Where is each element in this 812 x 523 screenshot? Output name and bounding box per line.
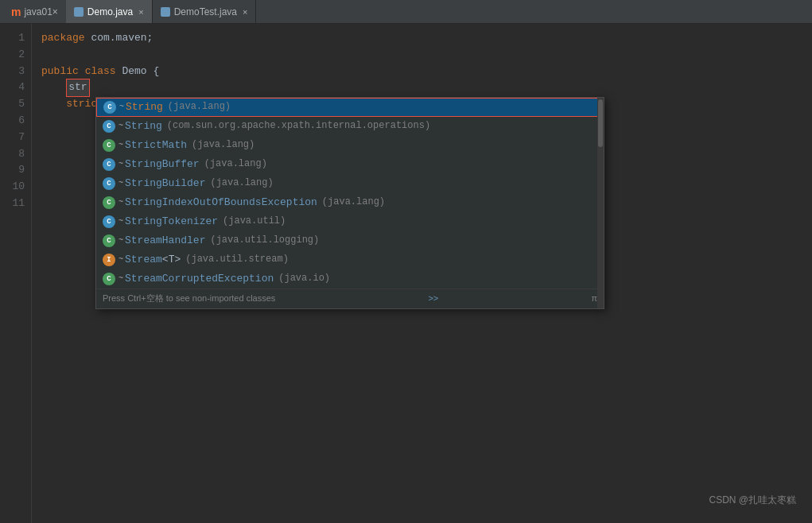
code-line-4: str — [41, 79, 812, 96]
cursor-text: str — [66, 79, 89, 97]
line-num-4: 4 — [6, 79, 25, 96]
item-badge-5: ~ — [118, 196, 123, 209]
line-num-2: 2 — [6, 47, 25, 64]
line-num-9: 9 — [6, 162, 25, 179]
item-icon-5: C — [103, 196, 115, 209]
autocomplete-item-6[interactable]: C ~ StringTokenizer (java.util) — [96, 212, 604, 231]
tab-demo-java[interactable]: Demo.java × — [66, 0, 153, 23]
item-pkg-0: (java.lang) — [168, 99, 231, 114]
item-pkg-8: (java.util.stream) — [185, 252, 289, 267]
autocomplete-item-8[interactable]: I ~ Stream<T> (java.util.stream) — [96, 250, 604, 269]
item-badge-2: ~ — [118, 139, 123, 152]
autocomplete-item-2[interactable]: C ~ StrictMath (java.lang) — [96, 136, 604, 155]
line-num-8: 8 — [6, 146, 25, 163]
line-num-5: 5 — [6, 96, 25, 113]
item-name-2: StrictMath — [125, 138, 187, 154]
line-numbers: 1 2 3 4 5 6 7 8 9 10 11 — [0, 24, 32, 523]
item-badge-7: ~ — [118, 234, 123, 247]
line-num-3: 3 — [6, 64, 25, 80]
item-pkg-9: (java.io) — [278, 271, 330, 286]
item-name-4: StringBuilder — [125, 176, 205, 192]
item-icon-4: C — [103, 177, 115, 190]
item-badge-0: ~ — [119, 101, 124, 114]
kw-public: public — [41, 64, 79, 80]
autocomplete-item-7[interactable]: C ~ StreamHandler (java.util.logging) — [96, 231, 604, 250]
editor-area: 1 2 3 4 5 6 7 8 9 10 11 package com.mave… — [0, 24, 812, 523]
item-name-8: Stream<T> — [125, 252, 181, 269]
maven-icon: m — [11, 6, 21, 18]
kw-package: package — [41, 30, 85, 47]
tab-demotest-label: DemoTest.java — [174, 6, 237, 17]
item-badge-4: ~ — [118, 177, 123, 190]
tab-demotest-close[interactable]: × — [243, 7, 247, 17]
footer-pi: π — [591, 292, 597, 306]
autocomplete-scrollbar[interactable] — [597, 98, 604, 308]
item-name-6: StringTokenizer — [125, 214, 218, 231]
line-num-11: 11 — [6, 196, 25, 212]
item-name-1: String — [125, 118, 162, 135]
item-icon-7: C — [103, 234, 115, 247]
footer-link[interactable]: >> — [428, 292, 438, 306]
project-name: java01 — [24, 6, 52, 17]
autocomplete-footer: Press Ctrl+空格 to see non-imported classe… — [96, 289, 604, 308]
item-name-7: StreamHandler — [125, 233, 205, 250]
line-num-6: 6 — [6, 113, 25, 130]
code-line-1: package com.maven; — [41, 30, 812, 47]
tab-demo-label: Demo.java — [87, 6, 133, 17]
autocomplete-dropdown: C ~ String (java.lang) C ~ String (com.s… — [95, 97, 604, 309]
code-editor[interactable]: package com.maven; public class Demo { s… — [32, 24, 812, 523]
tab-bar: m java01 × Demo.java × DemoTest.java × — [0, 0, 812, 24]
scrollbar-thumb — [598, 99, 603, 147]
item-name-5: StringIndexOutOfBoundsException — [125, 195, 317, 211]
autocomplete-item-3[interactable]: C ~ StringBuffer (java.lang) — [96, 155, 604, 174]
watermark: CSDN @扎哇太枣糕 — [709, 494, 796, 507]
item-badge-3: ~ — [118, 158, 123, 171]
code-line-2 — [41, 47, 812, 64]
item-pkg-6: (java.util) — [223, 214, 286, 229]
item-icon-9: C — [103, 273, 115, 285]
item-pkg-2: (java.lang) — [192, 138, 254, 153]
footer-hint: Press Ctrl+空格 to see non-imported classe… — [103, 292, 275, 306]
item-name-0: String — [126, 99, 163, 116]
autocomplete-item-1[interactable]: C ~ String (com.sun.org.apache.xpath.int… — [96, 117, 604, 136]
tab-demo-close[interactable]: × — [138, 7, 143, 17]
item-icon-1: C — [103, 120, 115, 133]
java-file-icon — [74, 7, 84, 17]
line-num-10: 10 — [6, 179, 25, 196]
code-line-3: public class Demo { — [41, 64, 812, 80]
item-icon-6: C — [103, 215, 115, 228]
java-file-icon-2 — [161, 7, 170, 17]
item-badge-8: ~ — [118, 254, 123, 266]
item-icon-8: I — [103, 254, 115, 266]
line-num-7: 7 — [6, 130, 25, 146]
item-pkg-4: (java.lang) — [210, 176, 273, 191]
kw-class: class — [85, 64, 116, 80]
item-name-9: StreamCorruptedException — [125, 271, 274, 288]
item-icon-2: C — [103, 139, 115, 152]
item-badge-6: ~ — [118, 215, 123, 228]
item-pkg-7: (java.util.logging) — [210, 233, 319, 248]
project-tab[interactable]: m java01 × — [3, 0, 66, 23]
item-icon-3: C — [103, 158, 115, 171]
project-close[interactable]: × — [52, 6, 58, 17]
line-num-1: 1 — [6, 30, 25, 47]
item-name-3: StringBuffer — [125, 157, 200, 173]
item-pkg-1: (com.sun.org.apache.xpath.internal.opera… — [167, 118, 430, 134]
item-badge-1: ~ — [118, 120, 123, 133]
autocomplete-item-4[interactable]: C ~ StringBuilder (java.lang) — [96, 174, 604, 193]
item-badge-9: ~ — [118, 273, 123, 285]
autocomplete-item-5[interactable]: C ~ StringIndexOutOfBoundsException (jav… — [96, 193, 604, 212]
item-pkg-3: (java.lang) — [204, 157, 267, 172]
autocomplete-item-0[interactable]: C ~ String (java.lang) — [96, 98, 604, 117]
autocomplete-item-9[interactable]: C ~ StreamCorruptedException (java.io) — [96, 269, 604, 289]
tab-demotest-java[interactable]: DemoTest.java × — [153, 0, 257, 23]
item-icon-0: C — [103, 101, 116, 114]
item-pkg-5: (java.lang) — [322, 195, 385, 210]
